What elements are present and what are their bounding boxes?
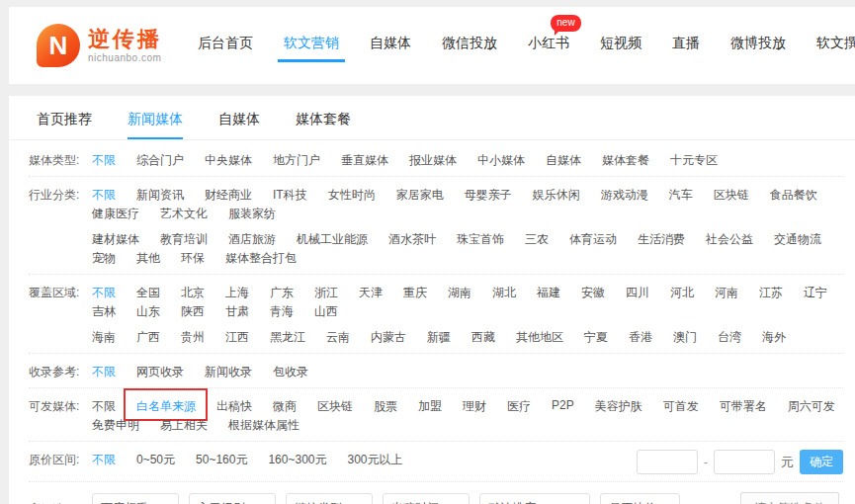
filter-option[interactable]: 黑龙江 [270,327,305,346]
filter-option[interactable]: 50~160元 [196,450,247,468]
filter-option[interactable]: 安徽 [581,283,605,301]
filter-option[interactable]: 环保 [181,248,205,267]
filter-option[interactable]: 媒体套餐 [602,150,649,169]
filter-option[interactable]: 出稿快 [216,396,252,415]
filter-option[interactable]: 宠物 [92,248,116,267]
filter-option[interactable]: 可首发 [663,396,699,415]
filter-option[interactable]: 医疗 [507,396,531,415]
select-默认排序[interactable]: 默认排序∨ [479,493,590,504]
filter-option[interactable]: P2P [552,396,574,415]
tab-媒体套餐[interactable]: 媒体套餐 [296,111,351,139]
filter-option[interactable]: 中小媒体 [477,150,525,169]
filter-option[interactable]: 垂直媒体 [341,150,388,169]
filter-option[interactable]: 生活消费 [638,229,685,248]
filter-option[interactable]: 女性时尚 [328,185,376,204]
filter-option[interactable]: 新闻收录 [205,362,252,380]
filter-option[interactable]: 白名单来源 [136,396,196,415]
filter-option[interactable]: 内蒙古 [371,327,406,346]
filter-option[interactable]: 其他 [136,248,160,267]
filter-option[interactable]: 酒水茶叶 [388,229,436,248]
filter-option[interactable]: 健康医疗 [92,204,139,222]
filter-option[interactable]: 广西 [136,327,160,346]
filter-option[interactable]: 甘肃 [225,301,249,320]
filter-option[interactable]: 不限 [92,185,116,204]
filter-option[interactable]: 网页收录 [136,362,184,380]
filter-option[interactable]: 香港 [629,327,652,346]
filter-option[interactable]: 中央媒体 [205,150,252,169]
price-confirm-button[interactable]: 确定 [800,450,843,474]
filter-option[interactable]: 海南 [92,327,116,346]
filter-option[interactable]: 全国 [136,283,160,301]
filter-option[interactable]: 建材媒体 [92,229,139,248]
filter-option[interactable]: 股票 [374,396,397,415]
filter-option[interactable]: 上海 [225,283,249,301]
tab-新闻媒体[interactable]: 新闻媒体 [128,111,183,139]
filter-option[interactable]: 四川 [626,283,649,301]
filter-option[interactable]: 十元专区 [670,150,718,169]
filter-option[interactable]: 重庆 [403,283,427,301]
filter-option[interactable]: 广东 [270,283,294,301]
filter-option[interactable]: 不限 [92,362,116,380]
filter-option[interactable]: 易上相关 [160,415,208,434]
filter-option[interactable]: 不限 [92,396,116,415]
filter-option[interactable]: 交通物流 [774,229,821,248]
filter-option[interactable]: 不限 [92,150,116,169]
filter-option[interactable]: 地方门户 [273,150,320,169]
filter-option[interactable]: 辽宁 [804,283,827,301]
filter-option[interactable]: 陕西 [181,301,205,320]
filter-option[interactable]: 山西 [314,301,338,320]
filter-option[interactable]: 食品餐饮 [770,185,817,204]
nav-item-微信投放[interactable]: 微信投放 [440,29,499,62]
filter-option[interactable]: 不限 [92,283,116,301]
filter-option[interactable]: 汽车 [669,185,693,204]
nav-item-自媒体[interactable]: 自媒体 [368,29,413,62]
filter-option[interactable]: 微商 [273,396,297,415]
filter-option[interactable]: 报业媒体 [409,150,457,169]
filter-option[interactable]: 台湾 [718,327,741,346]
filter-option[interactable]: 河南 [715,283,738,301]
filter-option[interactable]: 山东 [136,301,160,320]
clear-filters-button[interactable]: 清空筛选条件 [740,492,839,504]
filter-option[interactable]: 浙江 [314,283,338,301]
filter-option[interactable]: 300元以上 [347,450,402,468]
filter-option[interactable]: 0~50元 [136,450,175,468]
tab-自媒体[interactable]: 自媒体 [218,111,260,139]
filter-option[interactable]: 根据媒体属性 [228,415,299,434]
filter-option[interactable]: 贵州 [181,327,205,346]
filter-option[interactable]: 可带署名 [720,396,767,415]
filter-option[interactable]: 免费申明 [92,415,139,434]
filter-option[interactable]: 体育运动 [569,229,617,248]
filter-option[interactable]: 自媒体 [546,150,581,169]
filter-option[interactable]: 媒体整合打包 [225,248,297,267]
filter-option[interactable]: 综合门户 [136,150,184,169]
filter-option[interactable]: 周六可发 [788,396,835,415]
filter-option[interactable]: 江西 [225,327,249,346]
filter-option[interactable]: 游戏动漫 [601,185,648,204]
filter-option[interactable]: 加盟 [418,396,442,415]
brand-logo[interactable]: N 逆传播 nichuanbo.com [37,24,162,67]
filter-option[interactable]: 新闻资讯 [136,185,184,204]
filter-option[interactable]: 区块链 [714,185,749,204]
price-min-input[interactable] [637,450,698,474]
select-百度权重[interactable]: 百度权重∨ [92,493,179,504]
filter-option[interactable]: 160~300元 [268,450,326,468]
filter-option[interactable]: 西藏 [471,327,495,346]
filter-option[interactable]: 教育培训 [160,229,208,248]
filter-option[interactable]: 江苏 [759,283,783,301]
filter-option[interactable]: 湖北 [492,283,516,301]
filter-option[interactable]: 理财 [463,396,486,415]
filter-option[interactable]: 包收录 [273,362,308,380]
filter-option[interactable]: 母婴亲子 [465,185,512,204]
filter-option[interactable]: 社会公益 [706,229,753,248]
nav-item-小红书[interactable]: 小红书new [526,29,571,62]
select-链接类型[interactable]: 链接类型∨ [286,493,373,504]
filter-option[interactable]: 财经商业 [205,185,252,204]
filter-option[interactable]: 酒店旅游 [228,229,276,248]
filter-option[interactable]: 福建 [537,283,560,301]
filter-option[interactable]: 海外 [762,327,786,346]
select-是否特价[interactable]: 是否特价∨ [600,493,680,504]
filter-option[interactable]: 天津 [359,283,383,301]
filter-option[interactable]: 艺术文化 [160,204,208,222]
filter-option[interactable]: 其他地区 [516,327,563,346]
filter-option[interactable]: 机械工业能源 [297,229,368,248]
